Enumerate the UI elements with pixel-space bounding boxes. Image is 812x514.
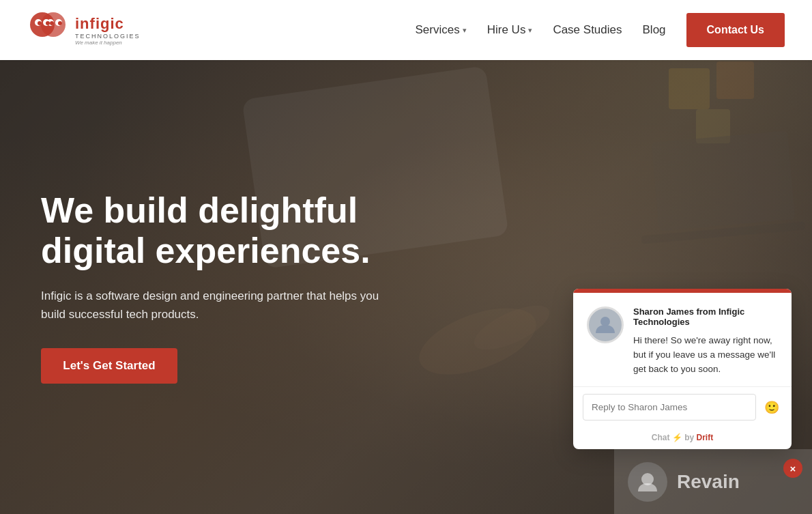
agent-message: Hi there! So we're away right now, but i… bbox=[633, 334, 778, 377]
contact-us-button[interactable]: Contact Us bbox=[686, 13, 785, 47]
svg-point-9 bbox=[58, 21, 62, 25]
revain-widget: Revain × bbox=[614, 449, 812, 514]
cta-button[interactable]: Let's Get Started bbox=[41, 348, 177, 384]
revain-logo-icon bbox=[635, 470, 660, 494]
logo-name: infigic bbox=[75, 15, 141, 33]
revain-close-button[interactable]: × bbox=[783, 459, 802, 478]
svg-point-18 bbox=[600, 317, 610, 326]
svg-rect-14 bbox=[716, 61, 754, 99]
chat-footer-prefix: Chat bbox=[652, 433, 670, 442]
agent-name: Sharon James from Infigic Technologies bbox=[633, 306, 778, 327]
chat-input-area: 🙂 bbox=[573, 386, 792, 429]
revain-text: Revain bbox=[677, 471, 740, 493]
header: infigic TECHNOLOGIES We make it happen S… bbox=[0, 0, 812, 60]
emoji-button[interactable]: 🙂 bbox=[762, 399, 782, 416]
chevron-down-icon: ▾ bbox=[528, 26, 532, 35]
svg-rect-16 bbox=[652, 131, 796, 231]
nav-item-hire-us[interactable]: Hire Us ▾ bbox=[487, 23, 533, 37]
chat-footer-by: by bbox=[684, 433, 694, 442]
svg-point-6 bbox=[38, 21, 42, 25]
chat-footer: Chat ⚡ by Drift bbox=[573, 429, 792, 449]
logo-tagline: We make it happen bbox=[75, 40, 141, 46]
nav-item-services[interactable]: Services ▾ bbox=[416, 23, 467, 37]
drift-link[interactable]: Drift bbox=[697, 433, 714, 442]
chat-input[interactable] bbox=[583, 394, 756, 420]
chevron-down-icon: ▾ bbox=[463, 26, 467, 35]
chat-widget: Sharon James from Infigic Technologies H… bbox=[573, 289, 792, 449]
logo-text: infigic TECHNOLOGIES We make it happen bbox=[75, 15, 141, 46]
hero-subtitle: Infigic is a software design and enginee… bbox=[41, 287, 382, 324]
logo-icon bbox=[27, 10, 68, 51]
nav-item-case-studies[interactable]: Case Studies bbox=[553, 23, 622, 37]
chat-agent-area: Sharon James from Infigic Technologies H… bbox=[573, 293, 792, 386]
logo[interactable]: infigic TECHNOLOGIES We make it happen bbox=[27, 10, 141, 51]
svg-point-8 bbox=[50, 21, 54, 25]
nav-item-blog[interactable]: Blog bbox=[643, 23, 666, 37]
agent-info: Sharon James from Infigic Technologies H… bbox=[633, 306, 778, 377]
revain-icon bbox=[628, 462, 667, 502]
agent-avatar bbox=[587, 306, 624, 343]
svg-rect-13 bbox=[669, 68, 710, 109]
hero-title: We build delightful digital experiences. bbox=[41, 190, 382, 272]
hero-content: We build delightful digital experiences.… bbox=[0, 60, 423, 514]
logo-subtitle: TECHNOLOGIES bbox=[75, 33, 141, 40]
person-icon bbox=[594, 314, 616, 336]
svg-point-7 bbox=[46, 21, 50, 25]
main-nav: Services ▾ Hire Us ▾ Case Studies Blog C… bbox=[416, 13, 785, 47]
